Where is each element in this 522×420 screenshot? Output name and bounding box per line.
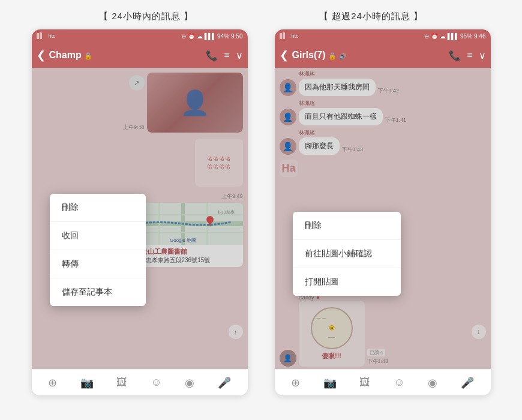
left-chat-title: Champ (49, 50, 82, 60)
right-time: 9:46 (474, 33, 485, 40)
right-toolbar-dots[interactable]: ◉ (428, 376, 437, 389)
right-battery-pct: 95% (460, 33, 472, 40)
right-status-icons: ⊖ ⏰ ☁ (424, 33, 446, 40)
right-chat-header: ❮ Girls(7) 🔒 🔊 📞 ≡ ∨ (275, 43, 491, 68)
svg-rect-14 (283, 32, 285, 39)
left-toolbar-camera[interactable]: 📷 (80, 376, 94, 389)
left-carrier-text: htc (49, 33, 56, 39)
left-time: 9:50 (231, 33, 242, 40)
left-section-title: 【 24小時內的訊息 】 (99, 11, 193, 22)
right-chat-title: Girls(7) (292, 50, 326, 60)
right-call-icon[interactable]: 📞 (449, 50, 461, 61)
left-menu-recall[interactable]: 收回 (50, 222, 146, 250)
left-chat-header: ❮ Champ 🔒 📞 ≡ ∨ (32, 43, 248, 68)
left-toolbar-mic[interactable]: 🎤 (218, 376, 231, 389)
left-chat-body: 上午9:48 ↗ 哈 哈 (32, 68, 248, 369)
left-lock-icon: 🔒 (84, 52, 92, 59)
right-signal: ▌▌▌ (448, 33, 458, 40)
left-toolbar-image[interactable]: 🖼 (116, 376, 127, 389)
right-toolbar-add[interactable]: ⊕ (291, 376, 300, 389)
right-down-icon[interactable]: ∨ (479, 50, 486, 61)
right-menu-delete[interactable]: 刪除 (293, 212, 401, 240)
svg-rect-0 (37, 33, 39, 39)
right-phone: htc ⊖ ⏰ ☁ ▌▌▌ 95% 9:46 ❮ Girls(7) 🔒 🔊 📞 … (275, 29, 491, 395)
right-menu-shop[interactable]: 前往貼圖小鋪確認 (293, 240, 401, 268)
right-status-bar: htc ⊖ ⏰ ☁ ▌▌▌ 95% 9:46 (275, 29, 491, 43)
right-context-menu: 刪除 前往貼圖小鋪確認 打開貼圖 (293, 212, 401, 296)
right-menu-open[interactable]: 打開貼圖 (293, 268, 401, 296)
right-toolbar: ⊕ 📷 🖼 ☺ ◉ 🎤 (275, 369, 491, 395)
left-toolbar: ⊕ 📷 🖼 ☺ ◉ 🎤 (32, 369, 248, 395)
left-toolbar-emoji[interactable]: ☺ (151, 376, 161, 389)
left-call-icon[interactable]: 📞 (206, 50, 218, 61)
left-down-icon[interactable]: ∨ (236, 50, 243, 61)
right-carrier-text: htc (292, 33, 299, 39)
right-section-title: 【 超過24小時的訊息 】 (319, 11, 423, 22)
right-carrier-icon (280, 32, 289, 40)
left-menu-delete[interactable]: 刪除 (50, 194, 146, 222)
left-toolbar-add[interactable]: ⊕ (48, 376, 57, 389)
left-battery-pct: 94% (217, 33, 229, 40)
right-back-button[interactable]: ❮ (280, 49, 289, 62)
right-toolbar-emoji[interactable]: ☺ (394, 376, 404, 389)
left-menu-icon[interactable]: ≡ (224, 50, 229, 61)
right-toolbar-camera[interactable]: 📷 (323, 376, 337, 389)
left-carrier (37, 32, 46, 40)
right-toolbar-mic[interactable]: 🎤 (461, 376, 474, 389)
left-context-menu: 刪除 收回 轉傳 儲存至記事本 (50, 194, 146, 306)
left-toolbar-dots[interactable]: ◉ (185, 376, 194, 389)
left-status-icons: ⊖ ⏰ ☁ (181, 33, 203, 40)
left-back-button[interactable]: ❮ (37, 49, 46, 62)
right-menu-icon[interactable]: ≡ (467, 50, 472, 61)
svg-rect-13 (280, 33, 282, 39)
left-signal: ▌▌▌ (205, 33, 215, 40)
svg-rect-1 (40, 32, 42, 39)
right-toolbar-image[interactable]: 🖼 (359, 376, 370, 389)
left-status-bar: htc ⊖ ⏰ ☁ ▌▌▌ ⊖ ⏰ ☁ ▌▌▌ 94% 94% 9:50 (32, 29, 248, 43)
right-lock-icon: 🔒 (328, 52, 337, 59)
left-phone: htc ⊖ ⏰ ☁ ▌▌▌ ⊖ ⏰ ☁ ▌▌▌ 94% 94% 9:50 ❮ C… (32, 29, 248, 395)
right-chat-body: 👤 林珮瑤 因為他那天睡我房間 下午1:42 👤 (275, 68, 491, 369)
right-sound-icon: 🔊 (339, 53, 346, 59)
left-menu-save[interactable]: 儲存至記事本 (50, 278, 146, 306)
left-menu-forward[interactable]: 轉傳 (50, 250, 146, 278)
